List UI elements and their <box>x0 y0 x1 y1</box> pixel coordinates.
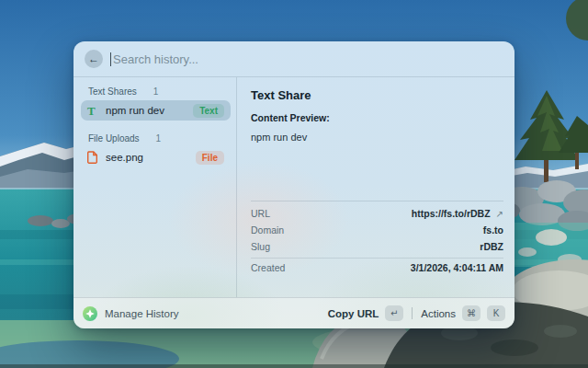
content-preview-label: Content Preview: <box>251 112 503 123</box>
detail-title: Text Share <box>251 88 503 102</box>
meta-row-domain: Domain fs.to <box>251 222 503 238</box>
section-label: Text Shares <box>88 86 137 97</box>
history-window: ← Text Shares 1 T npm run dev <box>74 41 514 328</box>
search-input[interactable] <box>113 52 503 66</box>
section-count: 1 <box>156 133 162 144</box>
content-preview-text: npm run dev <box>251 132 503 143</box>
detail-panel: Text Share Content Preview: npm run dev … <box>237 77 514 297</box>
text-type-icon: T <box>87 105 102 117</box>
slug-value: rDBZ <box>480 241 503 252</box>
file-badge: File <box>196 151 224 165</box>
file-icon <box>87 151 102 164</box>
list-item-see-png[interactable]: see.png File <box>81 147 231 167</box>
footer-divider <box>412 307 413 319</box>
section-label: File Uploads <box>88 133 140 144</box>
k-key-badge: K <box>487 305 505 321</box>
search-header: ← <box>74 41 514 77</box>
history-sidebar: Text Shares 1 T npm run dev Text File Up… <box>74 77 237 297</box>
actions-button[interactable]: Actions <box>421 308 456 319</box>
meta-label: URL <box>251 208 270 219</box>
meta-label: Domain <box>251 224 284 236</box>
copy-url-button[interactable]: Copy URL <box>328 308 379 319</box>
back-arrow-icon: ← <box>88 52 99 65</box>
metadata-section: URL https://fs.to/rDBZ ↗ Domain fs.to Sl… <box>251 201 503 297</box>
section-count: 1 <box>153 86 159 97</box>
meta-label: Slug <box>251 241 270 252</box>
cmd-key-badge: ⌘ <box>462 305 481 321</box>
created-value: 3/1/2026, 4:04:11 AM <box>411 262 503 273</box>
section-header-text-shares: Text Shares 1 <box>81 82 231 100</box>
domain-value: fs.to <box>483 224 503 236</box>
meta-row-created: Created 3/1/2026, 4:04:11 AM <box>251 258 503 274</box>
meta-label: Created <box>251 262 285 273</box>
text-badge: Text <box>193 104 224 118</box>
app-logo-icon <box>83 306 97 321</box>
section-header-file-uploads: File Uploads 1 <box>81 129 231 147</box>
external-link-icon[interactable]: ↗ <box>496 209 503 219</box>
manage-history-button[interactable]: Manage History <box>105 308 179 319</box>
list-item-label: npm run dev <box>106 105 193 116</box>
meta-row-url: URL https://fs.to/rDBZ ↗ <box>251 205 503 222</box>
action-bar: Manage History Copy URL ↵ Actions ⌘ K <box>74 297 514 328</box>
list-item-npm-run-dev[interactable]: T npm run dev Text <box>81 100 231 121</box>
url-value[interactable]: https://fs.to/rDBZ <box>412 208 491 219</box>
list-item-label: see.png <box>106 152 196 163</box>
text-cursor <box>110 52 111 66</box>
meta-row-slug: Slug rDBZ <box>251 238 503 255</box>
return-key-badge: ↵ <box>385 305 403 321</box>
back-button[interactable]: ← <box>85 50 103 68</box>
